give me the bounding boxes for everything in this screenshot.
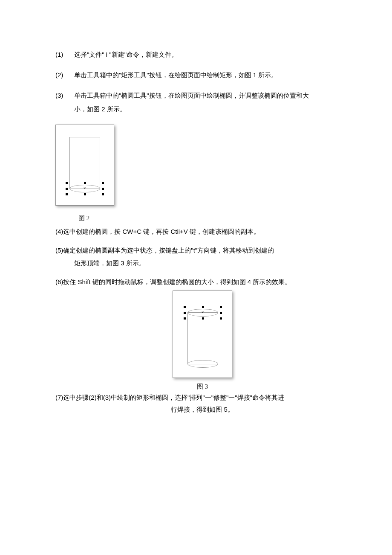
step-1-text: 选择"文件" i "新建"命令，新建文件。 — [74, 49, 349, 60]
step-3-num: (3) — [55, 90, 74, 114]
figure-2-caption: 图 2 — [78, 213, 349, 223]
figure-3: × 图 3 — [55, 291, 349, 392]
step-1-num: (1) — [55, 49, 74, 60]
figure-2-rectangle — [69, 137, 100, 189]
step-3-text: 单击工具箱中的"椭圆工具"按钮，在绘图页面中绘制椭圆，并调整该椭圆的位置和大 小… — [74, 90, 349, 114]
figure-2-canvas: × — [55, 125, 114, 206]
figure-2: × 图 2 — [55, 125, 349, 223]
step-6: (6)按住 Shift 键的同时拖动鼠标，调整创建的椭圆的大小，得到如图 4 所… — [55, 277, 349, 287]
step-2-text: 单击工具箱中的"矩形工具"按钮，在绘图页面中绘制矩形，如图 1 所示。 — [74, 70, 349, 80]
step-3-line1: 单击工具箱中的"椭圆工具"按钮，在绘图页面中绘制椭圆，并调整该椭圆的位置和大 — [74, 90, 349, 101]
selection-handle — [66, 193, 68, 195]
selection-handle — [220, 312, 222, 314]
figure-3-ellipse-bottom — [187, 360, 218, 368]
step-7-line2: 行焊接，得到如图 5。 — [55, 404, 349, 415]
figure-3-canvas: × — [173, 291, 232, 378]
selection-handle — [184, 306, 186, 308]
step-7-line1: (7)选中步骤(2)和(3)中绘制的矩形和椭圆，选择"排列"一"修整"一"焊接"… — [55, 392, 349, 403]
selection-center: × — [84, 187, 86, 189]
figure-3-caption: 图 3 — [55, 381, 349, 392]
selection-handle — [66, 188, 68, 190]
selection-handle — [202, 306, 204, 308]
step-3-line2: 小，如图 2 所示。 — [74, 104, 349, 114]
step-5-line2: 矩形顶端，如图 3 所示。 — [74, 258, 349, 268]
selection-handle — [184, 317, 186, 320]
selection-handle — [66, 182, 68, 184]
step-2-num: (2) — [55, 70, 74, 80]
step-5: (5)确定创建的椭圆副本为选中状态，按键盘上的"t"方向键，将其移动到创建的 — [55, 245, 349, 256]
figure-3-rectangle — [187, 312, 218, 364]
selection-handle — [202, 317, 204, 320]
step-3: (3) 单击工具箱中的"椭圆工具"按钮，在绘图页面中绘制椭圆，并调整该椭圆的位置… — [55, 90, 349, 114]
step-2: (2) 单击工具箱中的"矩形工具"按钮，在绘图页面中绘制矩形，如图 1 所示。 — [55, 70, 349, 80]
step-1: (1) 选择"文件" i "新建"命令，新建文件。 — [55, 49, 349, 60]
selection-center: × — [202, 311, 204, 314]
step-4: (4)选中创建的椭圆，按 CW+C 键，再按 Ctii+V 键，创建该椭圆的副本… — [55, 227, 349, 237]
step-5-line1: (5)确定创建的椭圆副本为选中状态，按键盘上的"t"方向键，将其移动到创建的 — [55, 245, 349, 256]
selection-handle — [102, 188, 104, 190]
selection-handle — [102, 182, 104, 184]
selection-handle — [84, 193, 86, 195]
selection-handle — [184, 312, 186, 314]
selection-handle — [102, 193, 104, 195]
selection-handle — [220, 306, 222, 308]
selection-handle — [84, 182, 86, 184]
selection-handle — [220, 317, 222, 320]
